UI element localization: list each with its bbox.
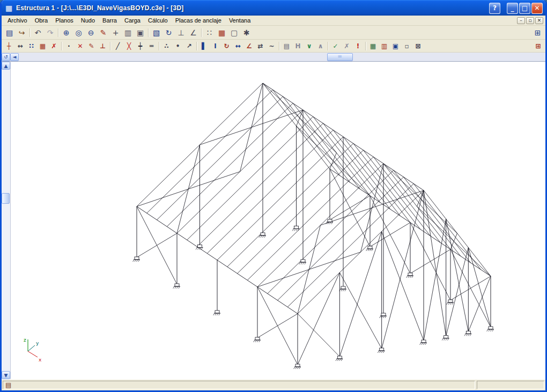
envelope-icon[interactable]: ▥ (379, 41, 390, 51)
plane-view-icon[interactable]: ⊥ (175, 27, 187, 38)
menu-calculo[interactable]: Cálculo (144, 16, 172, 25)
status-panel-main: ▤ (3, 381, 475, 389)
exit-icon[interactable]: ↪ (16, 27, 28, 38)
zoom-window-icon[interactable]: ◎ (72, 27, 85, 38)
node-snap-icon[interactable]: ▦ (37, 41, 48, 51)
copy-view-icon[interactable]: ▣ (134, 27, 146, 38)
vertical-scroll-thumb[interactable] (2, 193, 10, 204)
pan-icon[interactable]: + (109, 27, 122, 38)
menu-nudo[interactable]: Nudo (77, 16, 99, 25)
support-icon[interactable]: ⊥ (97, 41, 108, 51)
options-icon[interactable]: ✱ (240, 27, 253, 38)
deflection-down-icon[interactable]: ∨ (304, 41, 315, 51)
recheck-icon[interactable]: ✗ (341, 41, 352, 51)
buckling-icon[interactable]: H (292, 41, 304, 51)
error-list-icon[interactable]: ! (352, 41, 364, 51)
mdi-close-button[interactable]: ✕ (535, 17, 543, 24)
bar-ends-icon[interactable]: ∴ (161, 41, 172, 51)
section-icon[interactable]: ▌ (198, 41, 210, 51)
divide-bar-icon[interactable]: ┿ (135, 41, 146, 51)
window-title: Estructura 1 - [J:\...\E3DI_NaveVigasBOY… (16, 4, 489, 12)
close-button[interactable]: ✕ (531, 3, 543, 14)
node-grid-icon[interactable]: ∷ (26, 41, 37, 51)
check-bars-icon[interactable]: ✓ (330, 41, 341, 51)
window-controls: ? _ □ ✕ (489, 3, 543, 14)
horizontal-scrollbar: ↺ ◄ (2, 53, 545, 62)
help-button[interactable]: ? (489, 3, 500, 14)
node-move-icon[interactable]: ↔ (14, 41, 26, 51)
titlebar[interactable]: ▦ Estructura 1 - [J:\...\E3DI_NaveVigasB… (2, 0, 545, 16)
reference-frame-icon[interactable]: ▢ (228, 27, 240, 38)
menubar: ArchivoObraPlanosNudoBarraCargaCálculoPl… (2, 16, 545, 26)
main-toolbar: ▤ ↪ ↶ ↷ ⊕ ◎ ⊖ ✎ (2, 26, 545, 40)
results-icon[interactable]: ▦ (367, 41, 379, 51)
profile-icon[interactable]: I (210, 41, 221, 51)
edit-toolbar-group: ┼ ↔ ∷ ▦ ✗ ∙ ✕ ✎ ⊥ (3, 41, 533, 51)
deflection-up-icon[interactable]: ∧ (315, 41, 326, 51)
photo-view-icon[interactable]: ▧ (150, 27, 162, 38)
edit-node-icon[interactable]: ✎ (86, 41, 97, 51)
dimensions-icon[interactable]: ▦ (216, 27, 228, 38)
menu-placas-de-anclaje[interactable]: Placas de anclaje (172, 16, 225, 25)
undo-icon[interactable]: ↶ (32, 27, 44, 38)
main-toolbar-group: ▤ ↪ ↶ ↷ ⊕ ◎ ⊖ ✎ (3, 27, 531, 38)
menu-carga[interactable]: Carga (121, 16, 144, 25)
statusbar: ▤ (2, 379, 545, 390)
redo-icon[interactable]: ↷ (44, 27, 56, 38)
anchor-plate-icon[interactable]: ⊠ (412, 41, 424, 51)
save-icon[interactable]: ▤ (3, 27, 16, 38)
window-layout-icon[interactable]: ⊞ (531, 27, 544, 38)
structure-wireframe: zyx (11, 62, 545, 379)
grid-icon[interactable]: ∷ (203, 27, 216, 38)
app-window: ▦ Estructura 1 - [J:\...\E3DI_NaveVigasB… (0, 0, 547, 392)
node-delete-icon[interactable]: ✗ (48, 41, 60, 51)
horizontal-scroll-thumb[interactable] (327, 53, 353, 61)
mdi-restore-button[interactable]: ▫ (526, 17, 534, 24)
redraw-icon[interactable]: ✎ (97, 27, 109, 38)
svg-text:x: x (39, 357, 42, 363)
rotate-section-icon[interactable]: ↻ (221, 41, 232, 51)
zoom-all-icon[interactable]: ⊕ (60, 27, 72, 38)
mdi-minimize-button[interactable]: – (517, 17, 525, 24)
vertical-scroll-track[interactable] (2, 70, 10, 371)
vertical-scrollbar: ▲ ▼ (2, 62, 11, 379)
join-bars-icon[interactable]: ═ (146, 41, 157, 51)
extend-bar-icon[interactable]: ↗ (183, 41, 195, 51)
bar-length-icon[interactable]: ↔ (232, 41, 243, 51)
svg-text:y: y (36, 341, 39, 346)
horizontal-scroll-track[interactable] (19, 53, 545, 61)
report-icon[interactable]: ▣ (390, 41, 401, 51)
anchor-export-icon[interactable]: ⊞ (533, 41, 544, 51)
bar-angle-icon[interactable]: ∠ (243, 41, 255, 51)
status-panel-side (477, 381, 544, 389)
scroll-up-button[interactable]: ▲ (2, 62, 10, 70)
status-doc-icon: ▤ (5, 381, 11, 389)
maximize-button[interactable]: □ (519, 3, 530, 14)
menu-obra[interactable]: Obra (31, 16, 51, 25)
crosshair-icon[interactable]: ┼ (3, 41, 14, 51)
print-view-icon[interactable]: ▥ (122, 27, 134, 38)
rotate-view-icon[interactable]: ↻ (162, 27, 175, 38)
bar-axes-icon[interactable]: ⇄ (255, 41, 266, 51)
menu-planos[interactable]: Planos (51, 16, 77, 25)
wall-icon[interactable]: ▤ (281, 41, 292, 51)
delete-node-icon[interactable]: ✕ (75, 41, 86, 51)
menu-barra[interactable]: Barra (99, 16, 121, 25)
delete-bar-icon[interactable]: ╳ (123, 41, 135, 51)
hinge-icon[interactable]: ~ (266, 41, 277, 51)
minimize-button[interactable]: _ (507, 3, 518, 14)
zoom-out-icon[interactable]: ⊖ (85, 27, 97, 38)
export-icon[interactable]: ▫ (401, 41, 412, 51)
scroll-left-button[interactable]: ◄ (10, 53, 19, 61)
mdi-controls: – ▫ ✕ (517, 17, 545, 24)
new-bar-icon[interactable]: ╱ (112, 41, 123, 51)
menu-archivo[interactable]: Archivo (4, 16, 31, 25)
menu-ventana[interactable]: Ventana (225, 16, 254, 25)
new-node-icon[interactable]: ∙ (63, 41, 75, 51)
bar-node-icon[interactable]: • (172, 41, 183, 51)
content-area: ▲ ▼ zyx (2, 62, 545, 379)
angle-view-icon[interactable]: ∠ (187, 27, 199, 38)
scroll-down-button[interactable]: ▼ (2, 371, 10, 379)
view-reset-button[interactable]: ↺ (2, 53, 10, 61)
drawing-canvas[interactable]: zyx (11, 62, 545, 379)
